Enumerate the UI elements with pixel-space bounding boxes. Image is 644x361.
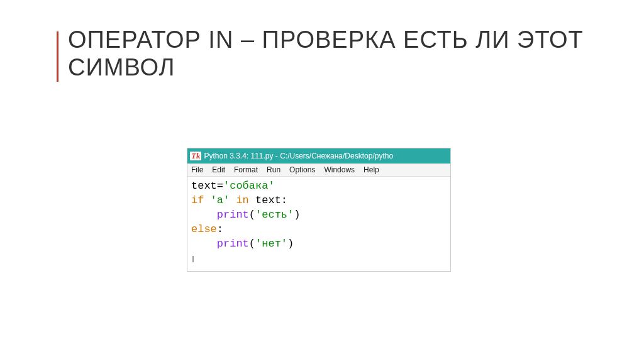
menu-edit[interactable]: Edit bbox=[212, 165, 225, 174]
menu-help[interactable]: Help bbox=[364, 165, 379, 174]
tk-logo-icon: Tk bbox=[190, 152, 201, 160]
menu-windows[interactable]: Windows bbox=[324, 165, 355, 174]
code-var: text bbox=[249, 194, 281, 206]
code-builtin: print bbox=[217, 238, 249, 250]
window-title-text: Python 3.3.4: 111.py - C:/Users/Снежана/… bbox=[204, 152, 393, 160]
code-paren: ( bbox=[249, 238, 255, 250]
code-paren: ) bbox=[294, 209, 300, 221]
code-colon: : bbox=[217, 223, 223, 235]
code-paren: ) bbox=[287, 238, 294, 250]
menu-options[interactable]: Options bbox=[289, 165, 315, 174]
menu-file[interactable]: File bbox=[191, 165, 203, 174]
code-string: 'собака' bbox=[223, 180, 275, 192]
code-string: 'нет' bbox=[255, 238, 287, 250]
editor-window: Tk Python 3.3.4: 111.py - C:/Users/Снежа… bbox=[187, 148, 451, 272]
menu-format[interactable]: Format bbox=[234, 165, 258, 174]
code-keyword: else bbox=[191, 223, 217, 235]
code-builtin: print bbox=[217, 209, 249, 221]
code-keyword: if bbox=[191, 194, 204, 206]
code-area[interactable]: text='собака' if 'а' in text: print('ест… bbox=[187, 177, 450, 271]
title-accent-bar bbox=[57, 31, 58, 82]
code-op: = bbox=[217, 180, 223, 192]
code-var: text bbox=[191, 180, 217, 192]
menu-run[interactable]: Run bbox=[267, 165, 280, 174]
code-indent bbox=[191, 238, 217, 250]
code-keyword: in bbox=[236, 194, 248, 206]
code-indent bbox=[191, 209, 217, 221]
code-paren: ( bbox=[249, 209, 255, 221]
menu-bar: File Edit Format Run Options Windows Hel… bbox=[187, 164, 450, 177]
slide-container: ОПЕРАТОР IN – ПРОВЕРКА ЕСТЬ ЛИ ЭТОТ СИМВ… bbox=[0, 0, 644, 361]
title-bar: Tk Python 3.3.4: 111.py - C:/Users/Снежа… bbox=[187, 148, 450, 164]
code-string: 'есть' bbox=[255, 209, 294, 221]
code-colon: : bbox=[281, 194, 287, 206]
cursor-icon: | bbox=[191, 256, 195, 263]
code-string: 'а' bbox=[204, 194, 236, 206]
page-title: ОПЕРАТОР IN – ПРОВЕРКА ЕСТЬ ЛИ ЭТОТ СИМВ… bbox=[68, 26, 587, 81]
